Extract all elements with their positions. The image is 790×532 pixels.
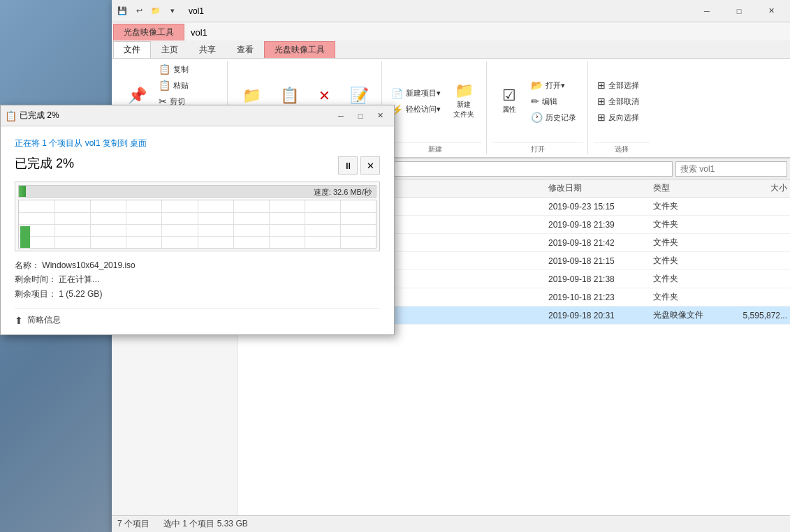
select-none-label: 全部取消 xyxy=(608,96,639,107)
open-label: 打开▾ xyxy=(546,80,565,91)
qa-new-folder-btn[interactable]: 📁 xyxy=(148,3,163,19)
title-label: vol1 xyxy=(184,24,214,40)
copy-icon: 📋 xyxy=(159,64,170,74)
status-items: 7 个项目 xyxy=(117,518,149,530)
status-bar: 7 个项目 选中 1 个项目 5.33 GB xyxy=(112,515,790,532)
col-date-header[interactable]: 修改日期 xyxy=(546,182,650,194)
items-value: 1 (5.22 GB) xyxy=(59,289,102,299)
edit-icon: ✏ xyxy=(531,96,539,106)
items-label: 剩余项目： xyxy=(15,289,57,299)
progress-area: 速度: 32.6 MB/秒 xyxy=(15,182,380,251)
tab-view[interactable]: 查看 xyxy=(226,41,264,58)
time-label: 剩余时间： xyxy=(15,274,57,284)
tab-disc[interactable]: 光盘映像工具 xyxy=(264,41,335,58)
dialog-controls: ⏸ ✕ xyxy=(338,156,380,175)
new-folder-icon: 📁 xyxy=(455,83,474,98)
ribbon-tabs: 光盘映像工具 vol1 xyxy=(112,22,790,40)
new-label: 新建 xyxy=(388,142,482,154)
dialog-minimize-button[interactable]: ─ xyxy=(331,107,351,125)
grid-line xyxy=(340,200,341,248)
edit-button[interactable]: ✏ 编辑 xyxy=(527,94,583,109)
items-row: 剩余项目： 1 (5.22 GB) xyxy=(15,287,380,301)
paste-icon: 📋 xyxy=(159,80,170,90)
dialog-title-text: 已完成 2% xyxy=(20,110,328,121)
dialog-subtitle: 正在将 1 个项目从 vol1 复制到 桌面 xyxy=(15,138,380,149)
tab-home[interactable]: 主页 xyxy=(151,41,189,58)
cancel-button[interactable]: ✕ xyxy=(360,156,380,175)
properties-button[interactable]: ☑ 属性 xyxy=(492,83,526,119)
copy-dialog: 📋 已完成 2% ─ □ ✕ 正在将 1 个项目从 vol1 复制到 桌面 已完… xyxy=(0,105,395,335)
progress-bar-fill xyxy=(19,186,26,197)
new-item-label: 新建项目▾ xyxy=(406,88,441,98)
select-btns: ⊞ 全部选择 ⊞ 全部取消 ⊞ 反向选择 xyxy=(594,61,650,141)
search-input[interactable] xyxy=(675,161,787,177)
file-name-row: 名称： Windows10x64_2019.iso xyxy=(15,258,380,272)
new-item-button[interactable]: 📄 新建项目▾ xyxy=(388,86,444,101)
title-bar-left: 💾 ↩ 📁 ▾ vol1 xyxy=(115,3,691,19)
select-label: 选择 xyxy=(594,142,650,154)
dialog-title-bar: 📋 已完成 2% ─ □ ✕ xyxy=(1,105,394,126)
tab-share[interactable]: 共享 xyxy=(189,41,226,58)
edit-label: 编辑 xyxy=(542,96,557,107)
grid-line xyxy=(233,200,234,248)
close-button[interactable]: ✕ xyxy=(755,0,787,22)
progress-speed: 速度: 32.6 MB/秒 xyxy=(314,187,372,198)
open-icon: 📂 xyxy=(531,80,543,90)
select-all-icon: ⊞ xyxy=(597,80,606,90)
invert-icon: ⊞ xyxy=(597,112,606,122)
explorer-title: vol1 xyxy=(189,6,204,16)
grid-line xyxy=(269,200,270,248)
dialog-subtitle-text: 正在将 1 个项目从 xyxy=(15,138,82,148)
maximize-button[interactable]: □ xyxy=(723,0,755,22)
minimize-button[interactable]: ─ xyxy=(691,0,723,22)
dest-link[interactable]: 桌面 xyxy=(130,138,147,148)
dialog-info: 名称： Windows10x64_2019.iso 剩余时间： 正在计算... … xyxy=(15,258,380,301)
select-all-button[interactable]: ⊞ 全部选择 xyxy=(594,77,650,93)
dialog-title-icon: 📋 xyxy=(5,110,17,121)
select-none-icon: ⊞ xyxy=(597,96,606,106)
qa-undo-btn[interactable]: ↩ xyxy=(131,3,147,19)
window-controls: ─ □ ✕ xyxy=(691,0,787,22)
dialog-close-button[interactable]: ✕ xyxy=(370,107,390,125)
new-folder-label: 新建文件夹 xyxy=(453,100,474,119)
paste-label: 粘贴 xyxy=(173,80,189,91)
progress-graph xyxy=(18,200,376,249)
quick-access-toolbar: 💾 ↩ 📁 ▾ xyxy=(115,3,180,19)
dialog-subtitle-mid: 复制到 xyxy=(103,138,128,148)
tab-file[interactable]: 文件 xyxy=(113,41,151,58)
ribbon-group-select: ⊞ 全部选择 ⊞ 全部取消 ⊞ 反向选择 选择 xyxy=(590,61,654,154)
dialog-win-btns: ─ □ ✕ xyxy=(331,107,390,125)
name-label: 名称： xyxy=(15,260,40,270)
grid-line xyxy=(161,200,162,248)
source-link[interactable]: vol1 xyxy=(85,138,103,148)
summary-label: 简略信息 xyxy=(27,314,61,326)
delete-icon: ✕ xyxy=(319,89,330,103)
easy-access-button[interactable]: ⚡ 轻松访问▾ xyxy=(388,102,444,117)
open-btns: ☑ 属性 📂 打开▾ ✏ 编辑 🕐 xyxy=(492,61,583,141)
ribbon-group-new: 📄 新建项目▾ ⚡ 轻松访问▾ 📁 新建文件夹 新建 xyxy=(383,61,487,154)
open-button[interactable]: 📂 打开▾ xyxy=(527,77,583,93)
pause-button[interactable]: ⏸ xyxy=(338,156,358,175)
new-folder-button[interactable]: 📁 新建文件夹 xyxy=(446,80,482,122)
title-bar: 💾 ↩ 📁 ▾ vol1 ─ □ ✕ xyxy=(112,0,790,22)
open-label: 打开 xyxy=(492,142,583,154)
copy-button[interactable]: 📋 复制 xyxy=(155,61,223,77)
time-row: 剩余时间： 正在计算... xyxy=(15,272,380,286)
history-button[interactable]: 🕐 历史记录 xyxy=(527,110,583,125)
dialog-summary[interactable]: ⬆ 简略信息 xyxy=(15,308,380,326)
dialog-maximize-button[interactable]: □ xyxy=(351,107,370,125)
copy-label: 复制 xyxy=(173,64,189,75)
col-type-header[interactable]: 类型 xyxy=(650,182,720,194)
dialog-progress-title: 已完成 2% xyxy=(15,155,74,172)
select-all-label: 全部选择 xyxy=(608,80,639,91)
paste-button[interactable]: 📋 粘贴 xyxy=(155,77,223,93)
col-size-header[interactable]: 大小 xyxy=(720,182,790,194)
properties-icon: ☑ xyxy=(502,88,516,103)
tab-manage[interactable]: 光盘映像工具 xyxy=(113,24,184,40)
qa-dropdown-btn[interactable]: ▾ xyxy=(165,3,180,19)
summary-chevron-icon: ⬆ xyxy=(15,315,23,326)
qa-save-btn[interactable]: 💾 xyxy=(115,3,130,19)
select-none-button[interactable]: ⊞ 全部取消 xyxy=(594,94,650,109)
invert-select-button[interactable]: ⊞ 反向选择 xyxy=(594,110,650,125)
grid-line xyxy=(54,200,55,248)
